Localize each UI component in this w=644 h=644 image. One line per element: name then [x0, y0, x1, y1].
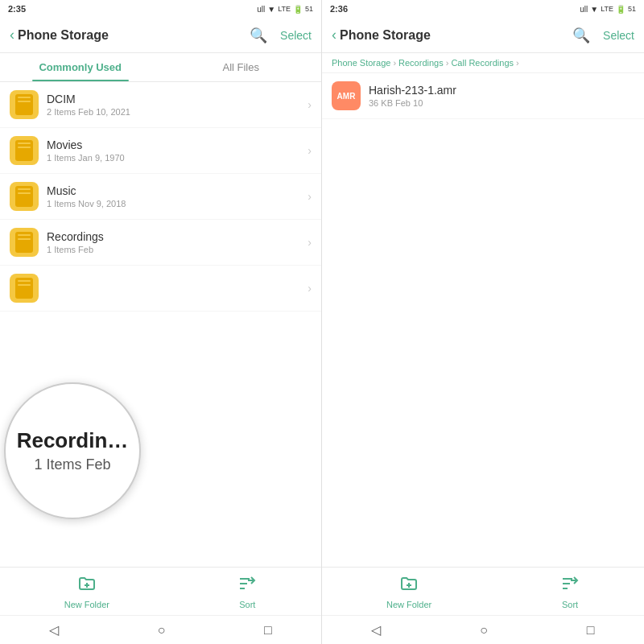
file-info-dcim: DCIM 2 Items Feb 10, 2021 [47, 93, 308, 117]
file-list-right: AMR Harish-213-1.amr 36 KB Feb 10 [322, 73, 644, 567]
breadcrumb-item-0[interactable]: Phone Storage [332, 58, 390, 68]
file-item-music[interactable]: Music 1 Items Nov 9, 2018 › [0, 174, 321, 220]
sort-icon-right [560, 574, 580, 597]
page-title-left: Phone Storage [18, 28, 109, 43]
breadcrumb-sep-2: › [516, 58, 519, 68]
page-title-right: Phone Storage [340, 28, 431, 43]
sort-button-right[interactable]: Sort [560, 574, 580, 609]
file-item-recordings[interactable]: Recordings 1 Items Feb › [0, 220, 321, 266]
android-home-left[interactable]: ○ [158, 623, 166, 638]
battery-level-right: 51 [628, 5, 636, 13]
breadcrumb-sep-1: › [446, 58, 449, 68]
file-name-dcim: DCIM [47, 93, 308, 105]
back-button-left[interactable]: ‹ [10, 27, 14, 43]
status-icons-left: ull ▼ LTE 🔋 51 [257, 5, 313, 14]
magnifier-left: Recordin… 1 Items Feb [4, 382, 141, 519]
folder-icon-movies [10, 136, 39, 165]
sort-label-left: Sort [239, 600, 255, 609]
nav-left-section-right: ‹ Phone Storage [332, 27, 431, 43]
android-home-right[interactable]: ○ [480, 623, 488, 638]
breadcrumb-item-2[interactable]: Call Recordings [451, 58, 514, 68]
android-nav-left: ◁ ○ □ [0, 615, 321, 644]
bottom-bar-left: New Folder Sort [0, 567, 321, 615]
sort-button-left[interactable]: Sort [237, 574, 257, 609]
new-folder-button-left[interactable]: New Folder [64, 574, 109, 609]
arrow-icon-dcim: › [308, 98, 312, 111]
breadcrumb-item-1[interactable]: Recordings [398, 58, 444, 68]
file-meta-movies: 1 Items Jan 9, 1970 [47, 153, 308, 163]
status-icons-right: ull ▼ LTE 🔋 51 [580, 5, 636, 14]
wifi-icon-left: ▼ [267, 5, 275, 14]
tab-all-files[interactable]: All Files [161, 53, 322, 81]
signal-icon-right: ull [580, 5, 588, 14]
sort-icon-left [237, 574, 257, 597]
select-button-right[interactable]: Select [603, 29, 634, 42]
android-back-left[interactable]: ◁ [49, 622, 59, 638]
top-nav-right: ‹ Phone Storage 🔍 Select [322, 18, 644, 53]
wifi-icon-right: ▼ [590, 5, 598, 14]
file-item-dcim[interactable]: DCIM 2 Items Feb 10, 2021 › [0, 82, 321, 128]
status-time-right: 2:36 [330, 4, 348, 14]
amr-icon: AMR [332, 81, 361, 110]
status-bar-left: 2:35 ull ▼ LTE 🔋 51 [0, 0, 321, 18]
select-button-left[interactable]: Select [280, 29, 312, 42]
new-folder-icon-right [399, 574, 419, 597]
left-screen: 2:35 ull ▼ LTE 🔋 51 ‹ Phone Storage 🔍 Se… [0, 0, 322, 644]
android-recents-left[interactable]: □ [264, 623, 272, 638]
search-icon-right[interactable]: 🔍 [572, 27, 590, 44]
breadcrumb-sep-0: › [393, 58, 396, 68]
android-back-right[interactable]: ◁ [371, 622, 381, 638]
file-meta-music: 1 Items Nov 9, 2018 [47, 199, 308, 208]
top-nav-left: ‹ Phone Storage 🔍 Select [0, 18, 321, 53]
file-name-music: Music [47, 184, 308, 197]
nav-left-section: ‹ Phone Storage [10, 27, 109, 43]
battery-icon-left: 🔋 [293, 5, 303, 14]
folder-icon-music [10, 182, 39, 211]
back-button-right[interactable]: ‹ [332, 27, 336, 43]
new-folder-label-right: New Folder [386, 600, 431, 609]
arrow-icon-music: › [308, 190, 312, 203]
sort-label-right: Sort [562, 600, 578, 609]
file-info-music: Music 1 Items Nov 9, 2018 [47, 184, 308, 208]
folder-icon-dcim [10, 90, 39, 119]
file-meta-recordings: 1 Items Feb [47, 245, 308, 254]
search-icon-left[interactable]: 🔍 [250, 27, 267, 44]
battery-icon-right: 🔋 [616, 5, 625, 14]
arrow-icon-movies: › [308, 144, 312, 157]
new-folder-label-left: New Folder [64, 600, 109, 609]
nav-right-section-left: 🔍 Select [250, 27, 312, 44]
file-item-movies[interactable]: Movies 1 Items Jan 9, 1970 › [0, 128, 321, 174]
tab-bar-left: Commonly Used All Files [0, 53, 321, 82]
android-nav-right: ◁ ○ □ [322, 615, 644, 644]
file-name-amr: Harish-213-1.amr [369, 84, 634, 97]
file-info-extra [47, 287, 308, 289]
folder-icon-recordings [10, 228, 39, 257]
magnifier-sub-left: 1 Items Feb [17, 456, 129, 473]
nav-right-section-right: 🔍 Select [572, 27, 634, 44]
magnifier-text-left: Recordin… [17, 428, 129, 453]
file-name-movies: Movies [47, 138, 308, 151]
signal-icon-left: ull [257, 5, 265, 14]
lte-icon-left: LTE [278, 5, 291, 13]
file-item-amr[interactable]: AMR Harish-213-1.amr 36 KB Feb 10 [322, 73, 644, 119]
status-bar-right: 2:36 ull ▼ LTE 🔋 51 [322, 0, 644, 18]
arrow-icon-extra: › [308, 282, 312, 295]
battery-level-left: 51 [305, 5, 313, 13]
file-info-amr: Harish-213-1.amr 36 KB Feb 10 [369, 84, 634, 108]
file-meta-dcim: 2 Items Feb 10, 2021 [47, 107, 308, 117]
status-time-left: 2:35 [8, 4, 26, 14]
file-name-recordings: Recordings [47, 230, 308, 243]
lte-icon-right: LTE [601, 5, 613, 13]
folder-icon-extra [10, 274, 39, 303]
bottom-bar-right: New Folder Sort [322, 567, 644, 615]
new-folder-button-right[interactable]: New Folder [386, 574, 431, 609]
file-item-extra[interactable]: › [0, 266, 321, 312]
breadcrumb-right: Phone Storage › Recordings › Call Record… [322, 53, 644, 73]
arrow-icon-recordings: › [308, 236, 312, 249]
right-screen: 2:36 ull ▼ LTE 🔋 51 ‹ Phone Storage 🔍 Se… [322, 0, 644, 644]
file-meta-amr: 36 KB Feb 10 [369, 98, 634, 108]
file-info-movies: Movies 1 Items Jan 9, 1970 [47, 138, 308, 163]
android-recents-right[interactable]: □ [587, 623, 595, 638]
tab-commonly-used[interactable]: Commonly Used [0, 53, 161, 81]
file-info-recordings: Recordings 1 Items Feb [47, 230, 308, 254]
